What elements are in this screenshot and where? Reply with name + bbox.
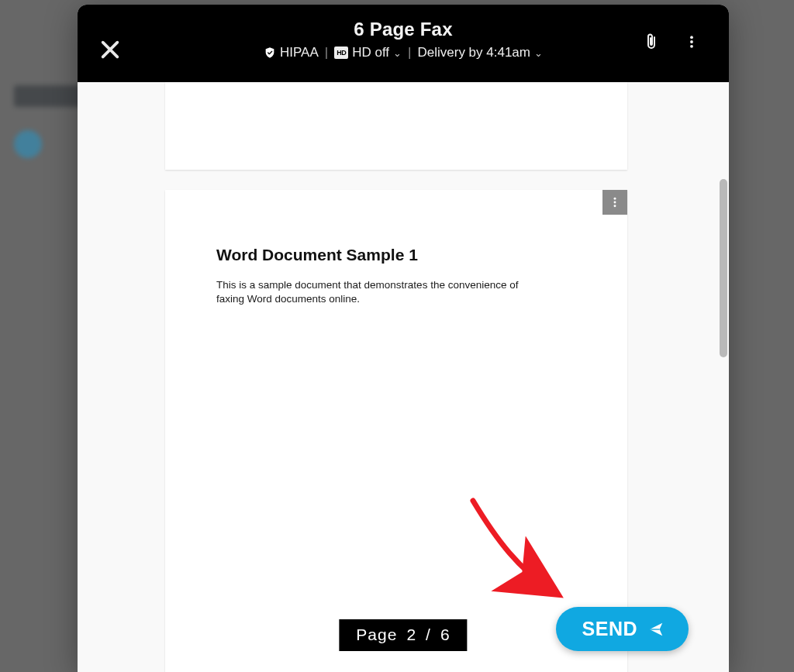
hipaa-label: HIPAA bbox=[280, 45, 319, 60]
delivery-time[interactable]: Delivery by 4:41am ⌄ bbox=[417, 45, 543, 60]
send-label: SEND bbox=[582, 618, 637, 640]
svg-point-1 bbox=[690, 40, 693, 43]
chevron-down-icon: ⌄ bbox=[534, 47, 543, 59]
send-icon bbox=[647, 621, 665, 638]
page-indicator: Page 2 / 6 bbox=[339, 619, 467, 651]
background-blur-avatar bbox=[14, 130, 42, 158]
send-button[interactable]: SEND bbox=[556, 607, 689, 651]
page-options-button[interactable] bbox=[602, 190, 627, 215]
close-icon bbox=[99, 39, 121, 60]
page-separator: / bbox=[426, 625, 431, 644]
scrollbar-thumb[interactable] bbox=[720, 179, 727, 357]
modal-header: 6 Page Fax HIPAA | HD HD off ⌄ | Deliver… bbox=[78, 5, 729, 82]
hd-badge-icon: HD bbox=[334, 47, 348, 59]
page-current: 2 bbox=[406, 625, 416, 644]
separator: | bbox=[325, 45, 328, 60]
page-preview-previous[interactable] bbox=[165, 82, 627, 170]
chevron-down-icon: ⌄ bbox=[393, 47, 402, 59]
svg-point-5 bbox=[614, 205, 616, 207]
attach-button[interactable] bbox=[642, 31, 661, 56]
more-options-button[interactable] bbox=[684, 31, 699, 56]
separator: | bbox=[408, 45, 411, 60]
fax-preview-modal: 6 Page Fax HIPAA | HD HD off ⌄ | Deliver… bbox=[78, 5, 729, 672]
kebab-menu-icon bbox=[684, 31, 699, 53]
page-label: Page bbox=[356, 625, 397, 644]
modal-subheader: HIPAA | HD HD off ⌄ | Delivery by 4:41am… bbox=[78, 45, 729, 60]
paperclip-icon bbox=[642, 31, 661, 53]
document-paragraph: This is a sample document that demonstra… bbox=[216, 278, 526, 306]
page-preview-current[interactable]: Word Document Sample 1 This is a sample … bbox=[165, 190, 627, 672]
document-heading: Word Document Sample 1 bbox=[216, 246, 576, 264]
delivery-label: Delivery by 4:41am bbox=[417, 45, 530, 60]
svg-point-3 bbox=[614, 198, 616, 200]
svg-point-2 bbox=[690, 45, 693, 48]
page-total: 6 bbox=[440, 625, 451, 644]
kebab-menu-icon bbox=[609, 195, 621, 210]
hipaa-indicator[interactable]: HIPAA bbox=[264, 45, 319, 60]
hd-label: HD off bbox=[352, 45, 389, 60]
modal-title: 6 Page Fax bbox=[78, 5, 729, 40]
document-content: Word Document Sample 1 This is a sample … bbox=[165, 190, 627, 306]
svg-point-4 bbox=[614, 202, 616, 204]
hd-toggle[interactable]: HD HD off ⌄ bbox=[334, 45, 402, 60]
shield-check-icon bbox=[264, 47, 276, 59]
svg-point-0 bbox=[690, 36, 693, 39]
preview-scroll-area[interactable]: Word Document Sample 1 This is a sample … bbox=[78, 82, 729, 672]
close-button[interactable] bbox=[99, 39, 124, 64]
